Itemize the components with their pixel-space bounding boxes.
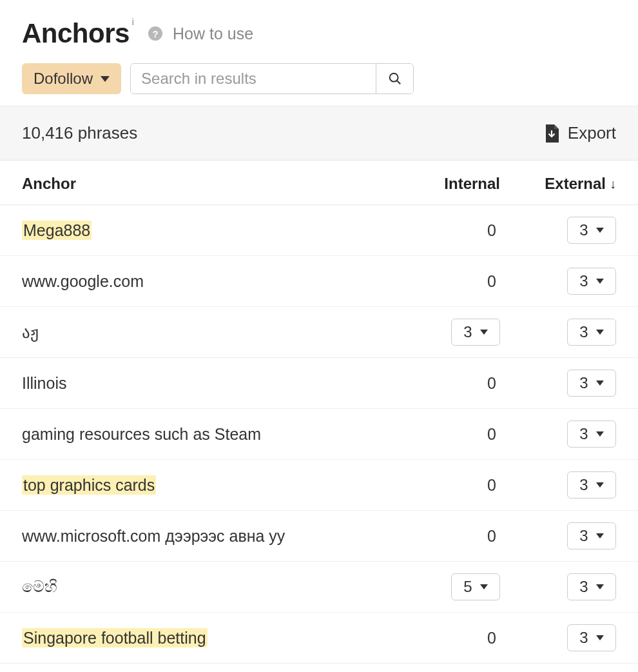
- external-count-value: 3: [579, 527, 588, 545]
- phrase-count: 10,416 phrases: [22, 123, 137, 143]
- column-header-external-label: External: [545, 175, 606, 193]
- help-icon[interactable]: ?: [148, 26, 162, 41]
- external-count-value: 3: [579, 323, 588, 341]
- table-row: Singapore football betting03: [0, 613, 638, 664]
- column-header-external[interactable]: External ↓: [500, 175, 616, 193]
- anchor-text[interactable]: Illinois: [22, 374, 66, 392]
- chevron-down-icon: [596, 533, 604, 539]
- table-row: Illinois03: [0, 358, 638, 409]
- external-count-dropdown[interactable]: 3: [567, 471, 616, 499]
- svg-line-1: [397, 81, 400, 84]
- internal-count-value: 5: [463, 578, 472, 596]
- chevron-down-icon: [596, 635, 604, 640]
- external-count-dropdown[interactable]: 3: [567, 420, 616, 448]
- internal-cell: 0: [397, 374, 500, 393]
- anchor-text[interactable]: www.microsoft.com дээрээс авна уу: [22, 527, 285, 545]
- summary-band: 10,416 phrases Export: [0, 106, 638, 161]
- external-count-dropdown[interactable]: 3: [567, 268, 616, 295]
- anchor-text[interactable]: gaming resources such as Steam: [22, 425, 261, 443]
- internal-count-value: 0: [487, 425, 500, 444]
- external-cell: 3: [500, 471, 616, 499]
- external-count-value: 3: [579, 272, 588, 290]
- external-cell: 3: [500, 522, 616, 549]
- internal-count-value: 0: [487, 374, 500, 393]
- anchor-cell: top graphics cards: [22, 476, 397, 495]
- chevron-down-icon: [596, 228, 604, 233]
- chevron-down-icon: [480, 330, 488, 335]
- search-button[interactable]: [376, 64, 413, 94]
- internal-cell: 0: [397, 527, 500, 546]
- external-cell: 3: [500, 420, 616, 448]
- external-count-value: 3: [579, 476, 588, 494]
- column-header-anchor[interactable]: Anchor: [22, 175, 397, 193]
- export-icon: [545, 124, 559, 143]
- chevron-down-icon: [596, 482, 604, 488]
- title-row: Anchors i ? How to use: [22, 18, 616, 49]
- internal-count-value: 0: [487, 527, 500, 546]
- internal-count-value: 3: [463, 323, 472, 341]
- chevron-down-icon: [480, 584, 488, 589]
- sort-descending-icon: ↓: [610, 177, 616, 192]
- internal-count-value: 0: [487, 476, 500, 495]
- table-row: www.google.com03: [0, 256, 638, 307]
- internal-count-dropdown[interactable]: 5: [451, 573, 500, 600]
- page-title: Anchors: [22, 18, 130, 49]
- external-count-value: 3: [579, 374, 588, 392]
- anchor-cell: Mega888: [22, 221, 397, 240]
- export-button[interactable]: Export: [545, 123, 616, 143]
- anchor-cell: මෙහි: [22, 577, 397, 597]
- external-cell: 3: [500, 319, 616, 346]
- anchor-text[interactable]: මෙහි: [22, 577, 57, 595]
- chevron-down-icon: [596, 431, 604, 437]
- anchor-text[interactable]: აჟ: [22, 323, 39, 341]
- table-row: www.microsoft.com дээрээс авна уу03: [0, 511, 638, 562]
- internal-cell: 0: [397, 221, 500, 240]
- external-count-dropdown[interactable]: 3: [567, 319, 616, 346]
- search-container: [130, 63, 414, 94]
- info-icon[interactable]: i: [132, 17, 134, 27]
- table-row: აჟ33: [0, 307, 638, 358]
- internal-count-value: 0: [487, 272, 500, 291]
- external-cell: 3: [500, 624, 616, 651]
- how-to-use-link[interactable]: How to use: [173, 25, 253, 43]
- table-body: Mega88803www.google.com03აჟ33Illinois03g…: [0, 205, 638, 664]
- table-row: මෙහි53: [0, 562, 638, 613]
- table-row: gaming resources such as Steam03: [0, 409, 638, 460]
- anchor-text[interactable]: Mega888: [22, 221, 92, 240]
- internal-count-dropdown[interactable]: 3: [451, 319, 500, 346]
- chevron-down-icon: [101, 76, 110, 82]
- anchor-text[interactable]: top graphics cards: [22, 475, 156, 495]
- export-label: Export: [568, 123, 616, 143]
- anchor-cell: www.microsoft.com дээрээс авна уу: [22, 527, 397, 546]
- anchor-text[interactable]: www.google.com: [22, 272, 144, 290]
- external-count-dropdown[interactable]: 3: [567, 522, 616, 549]
- external-count-value: 3: [579, 578, 588, 596]
- search-input[interactable]: [131, 64, 376, 94]
- external-count-value: 3: [579, 221, 588, 239]
- dofollow-filter-dropdown[interactable]: Dofollow: [22, 63, 121, 94]
- external-count-value: 3: [579, 425, 588, 443]
- internal-count-value: 0: [487, 629, 500, 647]
- anchor-text[interactable]: Singapore football betting: [22, 628, 208, 647]
- search-icon: [388, 72, 402, 86]
- chevron-down-icon: [596, 279, 604, 284]
- chevron-down-icon: [596, 330, 604, 335]
- anchor-cell: gaming resources such as Steam: [22, 425, 397, 444]
- external-count-dropdown[interactable]: 3: [567, 370, 616, 397]
- external-count-dropdown[interactable]: 3: [567, 217, 616, 244]
- external-count-value: 3: [579, 629, 588, 647]
- svg-point-0: [389, 74, 398, 82]
- external-count-dropdown[interactable]: 3: [567, 573, 616, 600]
- table-row: Mega88803: [0, 205, 638, 256]
- table-row: top graphics cards03: [0, 460, 638, 511]
- chevron-down-icon: [596, 380, 604, 386]
- internal-cell: 0: [397, 476, 500, 495]
- anchor-cell: Singapore football betting: [22, 629, 397, 647]
- anchor-cell: www.google.com: [22, 272, 397, 291]
- anchors-table: Anchor Internal External ↓ Mega88803www.…: [0, 161, 638, 664]
- internal-cell: 0: [397, 272, 500, 291]
- anchor-cell: აჟ: [22, 323, 397, 342]
- external-count-dropdown[interactable]: 3: [567, 624, 616, 651]
- column-header-internal[interactable]: Internal: [397, 175, 500, 193]
- internal-cell: 0: [397, 425, 500, 444]
